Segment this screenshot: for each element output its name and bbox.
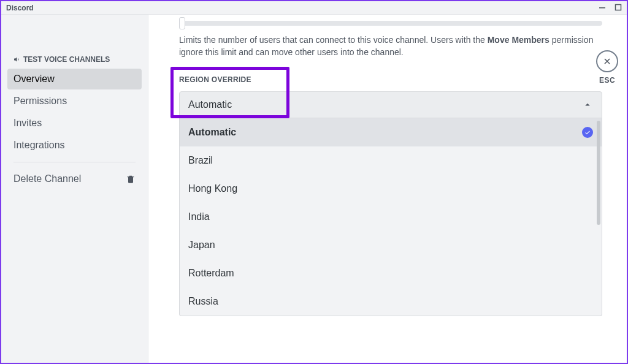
dropdown-option-label: Hong Kong bbox=[188, 183, 237, 194]
svg-rect-0 bbox=[599, 7, 605, 9]
dropdown-option-japan[interactable]: Japan bbox=[180, 231, 602, 259]
dropdown-option-label: Japan bbox=[188, 240, 215, 251]
sidebar-item-overview[interactable]: Overview bbox=[7, 69, 142, 89]
sidebar-header-label: TEST VOICE CHANNELS bbox=[23, 55, 110, 64]
delete-channel-label: Delete Channel bbox=[13, 173, 81, 184]
content-area: Limits the number of users that can conn… bbox=[148, 15, 627, 363]
dropdown-scrollbar[interactable] bbox=[597, 121, 600, 225]
chevron-up-icon bbox=[582, 99, 593, 110]
sidebar: TEST VOICE CHANNELS Overview Permissions… bbox=[1, 15, 148, 363]
app-title: Discord bbox=[4, 4, 34, 12]
sidebar-item-label: Overview bbox=[13, 74, 55, 84]
main-container: TEST VOICE CHANNELS Overview Permissions… bbox=[1, 15, 627, 363]
region-dropdown-list: Automatic Brazil Hong Kong India Japan bbox=[179, 118, 602, 316]
check-icon bbox=[582, 127, 593, 138]
dropdown-option-label: Rotterdam bbox=[188, 268, 234, 279]
dropdown-option-hong-kong[interactable]: Hong Kong bbox=[180, 175, 602, 203]
speaker-icon bbox=[13, 56, 21, 63]
delete-channel-button[interactable]: Delete Channel bbox=[7, 169, 142, 189]
dropdown-selected-value: Automatic bbox=[188, 99, 232, 110]
dropdown-option-label: India bbox=[188, 211, 210, 222]
maximize-button[interactable] bbox=[615, 3, 622, 13]
esc-label: ESC bbox=[599, 76, 615, 85]
esc-button[interactable]: ESC bbox=[596, 50, 618, 85]
sidebar-header: TEST VOICE CHANNELS bbox=[7, 51, 142, 67]
dropdown-option-label: Brazil bbox=[188, 155, 213, 166]
dropdown-option-automatic[interactable]: Automatic bbox=[180, 118, 602, 146]
dropdown-option-brazil[interactable]: Brazil bbox=[180, 146, 602, 175]
window-controls bbox=[599, 3, 624, 13]
svg-rect-1 bbox=[616, 4, 621, 10]
dropdown-option-india[interactable]: India bbox=[180, 203, 602, 231]
region-dropdown-selected[interactable]: Automatic bbox=[179, 91, 602, 118]
dropdown-option-label: Automatic bbox=[188, 127, 236, 138]
sidebar-item-integrations[interactable]: Integrations bbox=[7, 135, 142, 156]
user-limit-slider[interactable] bbox=[179, 21, 602, 26]
sidebar-item-invites[interactable]: Invites bbox=[7, 113, 142, 134]
trash-icon bbox=[126, 174, 136, 184]
minimize-button[interactable] bbox=[599, 3, 606, 13]
close-icon bbox=[596, 50, 618, 72]
sidebar-item-label: Integrations bbox=[13, 140, 65, 150]
sidebar-item-label: Permissions bbox=[13, 96, 67, 106]
slider-thumb[interactable] bbox=[179, 17, 185, 29]
region-override-section: REGION OVERRIDE Automatic Automatic Braz… bbox=[179, 75, 602, 316]
dropdown-option-russia[interactable]: Russia bbox=[180, 287, 602, 316]
sidebar-item-permissions[interactable]: Permissions bbox=[7, 91, 142, 112]
dropdown-option-rotterdam[interactable]: Rotterdam bbox=[180, 259, 602, 287]
titlebar: Discord bbox=[1, 1, 627, 15]
region-override-label: REGION OVERRIDE bbox=[179, 75, 602, 84]
sidebar-item-label: Invites bbox=[13, 118, 42, 128]
dropdown-option-label: Russia bbox=[188, 296, 218, 307]
slider-track bbox=[179, 21, 602, 26]
user-limit-description: Limits the number of users that can conn… bbox=[179, 34, 602, 58]
sidebar-divider bbox=[13, 162, 136, 162]
